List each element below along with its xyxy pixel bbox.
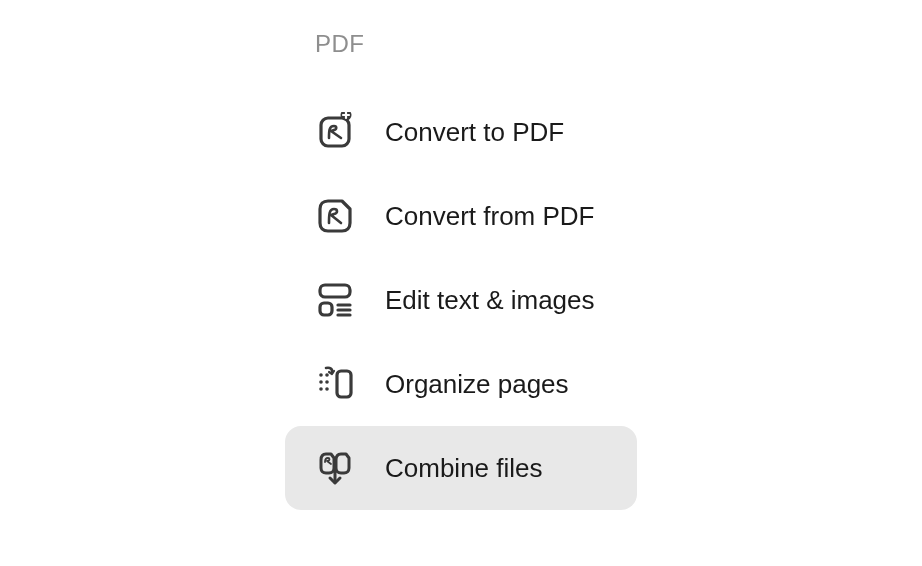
- menu-item-label: Convert to PDF: [385, 117, 564, 148]
- edit-text-images-icon: [315, 280, 355, 320]
- convert-to-pdf-icon: [315, 112, 355, 152]
- svg-point-8: [319, 373, 323, 377]
- svg-rect-2: [320, 285, 350, 297]
- menu-item-edit-text-images[interactable]: Edit text & images: [285, 258, 637, 342]
- menu-item-combine-files[interactable]: Combine files: [285, 426, 637, 510]
- svg-point-10: [319, 380, 323, 384]
- convert-from-pdf-icon: [315, 196, 355, 236]
- svg-point-11: [325, 380, 329, 384]
- combine-files-icon: [315, 448, 355, 488]
- menu-item-convert-to-pdf[interactable]: Convert to PDF: [285, 90, 637, 174]
- menu-item-label: Combine files: [385, 453, 543, 484]
- section-header: PDF: [285, 30, 922, 58]
- svg-rect-3: [320, 303, 332, 315]
- menu-item-organize-pages[interactable]: Organize pages: [285, 342, 637, 426]
- menu-item-label: Edit text & images: [385, 285, 595, 316]
- svg-rect-7: [337, 371, 351, 397]
- organize-pages-icon: [315, 364, 355, 404]
- svg-point-12: [319, 387, 323, 391]
- svg-point-13: [325, 387, 329, 391]
- menu-item-label: Organize pages: [385, 369, 569, 400]
- svg-point-9: [325, 373, 329, 377]
- menu-item-label: Convert from PDF: [385, 201, 595, 232]
- svg-rect-0: [321, 118, 349, 146]
- pdf-tools-menu: Convert to PDF Convert from PDF Edit tex…: [285, 90, 922, 510]
- menu-item-convert-from-pdf[interactable]: Convert from PDF: [285, 174, 637, 258]
